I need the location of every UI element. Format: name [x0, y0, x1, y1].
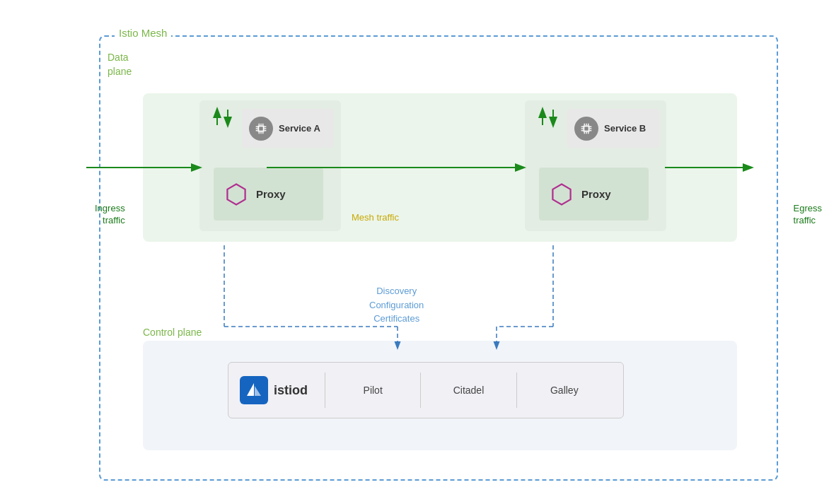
- data-plane-label: Data plane: [108, 51, 157, 78]
- service-a-label: Service A: [279, 123, 320, 134]
- istiod-name-label: istiod: [274, 383, 308, 398]
- proxy-b-box: Proxy: [539, 168, 649, 221]
- istiod-icon: [240, 376, 268, 404]
- istiod-sail-icon: [244, 380, 264, 400]
- proxy-a-label: Proxy: [256, 188, 286, 200]
- ingress-traffic-label: Ingress traffic: [95, 203, 125, 227]
- diagram-container: Istio Mesh Data plane: [42, 14, 792, 488]
- proxy-a-box: Proxy: [214, 168, 323, 221]
- proxy-b-label: Proxy: [581, 188, 611, 200]
- service-b-box: Service B: [567, 109, 659, 148]
- service-b-icon: [574, 117, 598, 141]
- mesh-traffic-label: Mesh traffic: [352, 212, 399, 223]
- proxy-a-icon: [224, 182, 249, 207]
- discovery-label: Discovery Configuration Certificates: [369, 284, 424, 326]
- istio-mesh-label: Istio Mesh: [115, 27, 171, 39]
- istio-mesh-border: Istio Mesh Data plane: [99, 35, 778, 481]
- hexagon-icon-b: [549, 182, 574, 207]
- hexagon-icon-a: [224, 182, 249, 207]
- service-b-label: Service B: [604, 123, 646, 134]
- svg-rect-16: [584, 127, 589, 131]
- istiod-citadel-label: Citadel: [421, 385, 516, 396]
- control-plane-area: Control plane istiod Pilot Citadel Galle…: [143, 341, 737, 450]
- svg-marker-29: [552, 184, 570, 204]
- svg-marker-30: [247, 383, 254, 396]
- pod-a: Service A Proxy: [199, 100, 341, 231]
- istiod-pilot-label: Pilot: [325, 385, 420, 396]
- svg-rect-1: [259, 127, 263, 131]
- istiod-galley-label: Galley: [517, 385, 612, 396]
- service-a-box: Service A: [242, 109, 334, 148]
- egress-traffic-label: Egress traffic: [794, 203, 822, 227]
- chip-icon-a: [253, 121, 269, 136]
- data-plane-area: Data plane: [143, 93, 737, 242]
- svg-marker-31: [255, 386, 261, 396]
- pod-b: Service B Proxy: [525, 100, 666, 231]
- istiod-box: istiod Pilot Citadel Galley: [228, 362, 624, 418]
- control-plane-label: Control plane: [143, 327, 202, 338]
- chip-icon-b: [579, 121, 594, 136]
- service-a-icon: [249, 117, 273, 141]
- proxy-b-icon: [549, 182, 574, 207]
- svg-marker-14: [227, 184, 245, 204]
